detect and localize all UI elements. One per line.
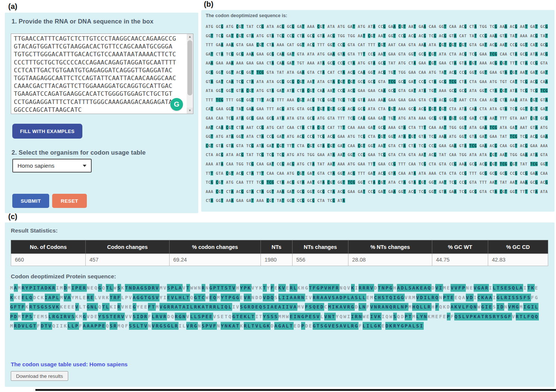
grammarly-icon[interactable]: G	[170, 98, 183, 111]
codon-usage-table-note: The codon usage table used: Homo sapiens	[11, 361, 127, 367]
panel-c-label: (c)	[8, 212, 17, 221]
codon-line: AATCAACGTCTAAATCCGATGCATCAACTACTACGTCATT…	[206, 125, 550, 135]
stats-value-cell: 69.24	[170, 254, 261, 266]
bottom-border	[35, 389, 556, 391]
codon-line: GCGGGTGGTACGGGTTCGGTATATATAGAAGTACTACATC…	[206, 70, 550, 79]
panel-a-label: (a)	[8, 2, 17, 11]
stats-header-cell: % codon changes	[170, 240, 261, 254]
sequence-textarea-wrap: ▲ ▼ G	[11, 34, 193, 114]
deoptimized-sequence-heading: The codon deoptimized sequence is:	[206, 13, 287, 18]
submit-button[interactable]: SUBMIT	[12, 194, 49, 208]
organism-select-value: Homo sapiens	[18, 162, 54, 169]
stats-header-cell: NTs	[261, 240, 293, 254]
codon-line: GTAGATCAATCGCTAATAATAGCGGCGCGTAATATAGTAC…	[206, 79, 550, 89]
stats-header-cell: Codon changes	[86, 240, 170, 254]
codon-line: AAACGTCTAACGGTACTAGGTAAAGATGCGGGTGCGCTAA…	[206, 189, 550, 199]
step2-heading: 2. Select the organism for codon usage t…	[12, 149, 146, 156]
fill-with-examples-button[interactable]: FILL WITH EXAMPLES	[12, 124, 82, 139]
scrollbar-thumb[interactable]	[187, 40, 192, 95]
table-row: 66045769.24198055628.0844.7542.83	[11, 254, 548, 266]
stats-value-cell: 28.08	[348, 254, 432, 266]
codon-line: CATGAAGGTTATGAAGAATTTACGATGGTAGGTCGTCGTG…	[206, 107, 550, 116]
protein-line: MAMRYPITADKRIMDMIPERNEQGQTLWSKTNDAGSDRVM…	[10, 285, 539, 295]
stats-header-cell: % GC WT	[432, 240, 488, 254]
sequence-textarea[interactable]	[11, 34, 193, 114]
codon-line: CTAGGTAAAGAAGATAAACGTTATGGTCCGGCGCTATCGA…	[206, 198, 550, 208]
protein-sequence-block: MAMRYPITADKRIMDMIPERNEQGQTLWSKTNDAGSDRVM…	[10, 285, 539, 333]
step1-heading: 1. Provide the RNA or DNA sequence in th…	[12, 18, 154, 25]
stats-value-cell: 42.83	[488, 254, 548, 266]
codon-line: GATCTATCGGCGAAAGAAGCGCAAGATGTAATAATGGAAG…	[206, 52, 550, 61]
stats-value-cell: 457	[86, 254, 170, 266]
panel-c: Result Statistics: No. of CodonsCodon ch…	[5, 222, 555, 387]
chevron-down-icon	[83, 165, 86, 167]
codon-line: TCGCGTATGCAATTTTCGTCGCTAACGGTAAATGTACGTG…	[206, 180, 550, 189]
panel-b-label: (b)	[204, 0, 214, 9]
codon-line: TTTTCGTTTGGTGGTTTTACGTTTAAACGTACGTCGGGTT…	[206, 98, 550, 107]
table-header-row: No. of CodonsCodon changes% codon change…	[11, 240, 548, 254]
panel-b: The codon deoptimized sequence is: ATGGC…	[201, 10, 555, 212]
stats-header-cell: NTs changes	[293, 240, 348, 254]
codon-line: GGTATGATAGGTATACTACCGGATATGACGCCGTCGACGG…	[206, 134, 550, 143]
codon-line: CTAACGATAACGTATTCGTCGTCGATGATGTGGGAAATAA…	[206, 152, 550, 162]
codon-line: TTTGAAAAAGTAGAACGTCTAAAACATGGTACGTTTGGTC…	[206, 42, 550, 52]
panel-a: 1. Provide the RNA or DNA sequence in th…	[5, 13, 198, 213]
textarea-scrollbar[interactable]: ▲ ▼	[187, 34, 193, 114]
organism-select[interactable]: Homo sapiens	[12, 159, 92, 173]
stats-value-cell: 1980	[261, 254, 293, 266]
protein-line: GFTFKRTSGSSVKKEEEVLTGNLQTLKIRVHEGYEEFTMV…	[10, 304, 539, 314]
stats-value-cell: 556	[293, 254, 348, 266]
protein-line: MRDVLGTFDTVQIIKLLPFAAAPPEQSRMQFSSLTVNVRG…	[10, 323, 539, 333]
stats-value-cell: 660	[11, 254, 86, 266]
result-statistics-table: No. of CodonsCodon changes% codon change…	[11, 240, 548, 266]
protein-sequence-heading: Codon deoptimized Protein sequence:	[11, 273, 116, 280]
scroll-up-icon[interactable]: ▲	[187, 34, 193, 40]
codon-line: GGTTCGGATCGTGTAATGGTATCGCCGCTAGCGGTAACGT…	[206, 34, 550, 43]
stats-header-cell: % GC CD	[488, 240, 548, 254]
download-results-button[interactable]: Download the results	[11, 371, 68, 381]
stats-header-cell: No. of Codons	[11, 240, 86, 254]
codon-line: AAAATACAATGGTCGCAAGATCCGACGATGCTATATAATA…	[206, 162, 550, 171]
scroll-down-icon[interactable]: ▼	[187, 108, 193, 114]
reset-button[interactable]: RESET	[52, 194, 87, 208]
codon-line: AAAGAAAAAAAAGAAGAACTACAAGATTGTAAAATAGCGC…	[206, 61, 550, 70]
codon-line: GAACAATCGATAGCGGAAGCGATAATAGTAGCGATGGTAT…	[206, 116, 550, 125]
codon-line: CGTGTAGTAGTATCGATAGATCGTTTTCTACGTGTACGTG…	[206, 143, 550, 153]
stats-value-cell: 44.75	[432, 254, 488, 266]
codon-line: ATGGCGATGCGTTATCCGATAACGGCGGATAAACGTATAA…	[206, 24, 550, 34]
codon-sequence-block: ATGGCGATGCGTTATCCGATAACGGCGGATAAACGTATAA…	[206, 24, 550, 208]
codon-line: TTTGTACGTACGCTATTTCAACAAATGCGTGATGTACTAG…	[206, 171, 550, 180]
result-statistics-heading: Result Statistics:	[11, 227, 58, 234]
stats-header-cell: % NTs changes	[348, 240, 432, 254]
codon-line: ATAGGTGGTGTACGTATGGTAGATATACTACGTCAAAATC…	[206, 88, 550, 98]
